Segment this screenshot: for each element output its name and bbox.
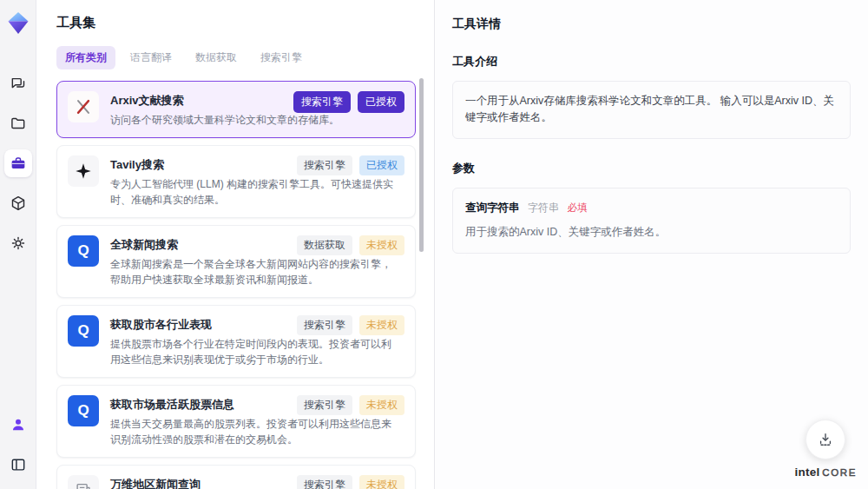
download-button[interactable] [806, 420, 845, 459]
tool-card-arxiv[interactable]: Arxiv文献搜索 访问各个研究领域大量科学论文和文章的存储库。 搜索引擎 已授… [56, 81, 416, 138]
intro-heading: 工具介绍 [452, 54, 851, 69]
news-q-logo-icon: Q [68, 315, 99, 347]
cube-icon[interactable] [4, 189, 32, 217]
tool-card-global-news[interactable]: Q 全球新闻搜索 全球新闻搜索是一个聚合全球各大新闻网站内容的搜索引擎，帮助用户… [56, 225, 416, 298]
tool-list: Arxiv文献搜索 访问各个研究领域大量科学论文和文章的存储库。 搜索引擎 已授… [56, 81, 416, 489]
category-badge: 搜索引擎 [297, 475, 352, 489]
folder-icon[interactable] [4, 109, 32, 137]
tool-card-sector-performance[interactable]: Q 获取股市各行业表现 提供股票市场各个行业在特定时间段内的表现。投资者可以利用… [56, 305, 416, 378]
news-q-glyph: Q [77, 402, 89, 420]
news-q-logo-icon: Q [68, 235, 99, 267]
params-heading: 参数 [452, 161, 851, 176]
auth-status-badge: 未授权 [359, 395, 404, 415]
category-badge: 数据获取 [297, 235, 352, 255]
core-wordmark: CORE [822, 467, 857, 478]
tool-tags: 搜索引擎 已授权 [297, 155, 404, 175]
briefcase-icon-toolset[interactable] [4, 149, 32, 177]
tool-card-active-stocks[interactable]: Q 获取市场最活跃股票信息 提供当天交易量最高的股票列表。投资者可以利用这些信息… [56, 385, 416, 458]
app-window: { "sidebar": { "items": ["chat", "folder… [0, 0, 868, 489]
category-badge: 搜索引擎 [297, 155, 352, 175]
tab-language-translation[interactable]: 语言翻译 [122, 46, 181, 69]
auth-status-badge: 已授权 [358, 91, 404, 113]
intro-text-box: 一个用于从Arxiv存储库搜索科学论文和文章的工具。 输入可以是Arxiv ID… [452, 81, 851, 139]
floating-corner-area: intel CORE [795, 420, 857, 479]
tool-card-tavily[interactable]: Tavily搜索 专为人工智能代理 (LLM) 构建的搜索引擎工具。可快速提供实… [56, 145, 416, 218]
category-badge: 搜索引擎 [293, 91, 351, 113]
toolset-panel: 工具集 所有类别 语言翻译 数据获取 搜索引擎 Arxiv文献搜索 访问各个研究… [36, 0, 434, 489]
auth-status-badge: 已授权 [359, 155, 404, 175]
param-header: 查询字符串 字符串 必填 [465, 200, 838, 216]
intel-core-logo: intel CORE [795, 466, 857, 479]
tool-tags: 搜索引擎 已授权 [293, 91, 404, 113]
tool-description: 访问各个研究领域大量科学论文和文章的存储库。 [110, 112, 400, 128]
tool-card-regional-news[interactable]: 万维地区新闻查询 查询具体行政区划内的新闻，快速了解各地新闻动 搜索引擎 未授权 [56, 465, 416, 489]
auth-status-badge: 未授权 [359, 235, 404, 255]
tab-search-engine[interactable]: 搜索引擎 [252, 46, 311, 69]
panel-toggle-icon[interactable] [4, 451, 32, 479]
page-title: 工具集 [56, 15, 434, 31]
news-q-glyph: Q [77, 322, 89, 340]
arxiv-x-logo-icon [68, 91, 99, 122]
category-badge: 搜索引擎 [297, 395, 352, 415]
newspaper-logo-icon [68, 475, 99, 489]
app-logo [7, 11, 30, 38]
tool-tags: 搜索引擎 未授权 [297, 475, 404, 489]
param-box: 查询字符串 字符串 必填 用于搜索的Arxiv ID、关键字或作者姓名。 [452, 188, 851, 254]
tool-tags: 搜索引擎 未授权 [297, 395, 404, 415]
tool-description: 专为人工智能代理 (LLM) 构建的搜索引擎工具。可快速提供实时、准确和真实的结… [110, 176, 400, 208]
chat-icon[interactable] [4, 69, 32, 97]
param-description: 用于搜索的Arxiv ID、关键字或作者姓名。 [465, 224, 838, 241]
settings-gear-icon[interactable] [4, 229, 32, 257]
auth-status-badge: 未授权 [359, 315, 404, 335]
param-type: 字符串 [528, 202, 559, 214]
news-q-logo-icon: Q [68, 395, 99, 426]
news-q-glyph: Q [77, 242, 89, 260]
category-badge: 搜索引擎 [297, 315, 352, 335]
param-required-badge: 必填 [567, 202, 587, 213]
auth-status-badge: 未授权 [359, 475, 404, 489]
tool-tags: 搜索引擎 未授权 [297, 315, 404, 335]
tool-detail-panel: 工具详情 工具介绍 一个用于从Arxiv存储库搜索科学论文和文章的工具。 输入可… [434, 0, 868, 489]
list-scrollbar-thumb[interactable] [419, 78, 424, 252]
tab-data-fetch[interactable]: 数据获取 [187, 46, 246, 69]
tavily-star-logo-icon [68, 155, 99, 187]
intel-wordmark: intel [795, 466, 820, 479]
tool-tags: 数据获取 未授权 [297, 235, 404, 255]
tab-all-categories[interactable]: 所有类别 [56, 46, 115, 69]
download-icon [817, 431, 834, 448]
detail-title: 工具详情 [452, 17, 851, 32]
tool-description: 提供当天交易量最高的股票列表。投资者可以利用这些信息来识别流动性强的股票和潜在的… [110, 416, 400, 447]
left-sidebar [0, 0, 36, 489]
tool-description: 全球新闻搜索是一个聚合全球各大新闻网站内容的搜索引擎，帮助用户快速获取全球最新资… [110, 256, 400, 287]
category-tabs: 所有类别 语言翻译 数据获取 搜索引擎 [56, 46, 434, 69]
tool-description: 提供股票市场各个行业在特定时间段内的表现。投资者可以利用这些信息来识别表现优于或… [110, 336, 400, 367]
param-name: 查询字符串 [465, 202, 520, 214]
user-icon[interactable] [4, 411, 32, 439]
